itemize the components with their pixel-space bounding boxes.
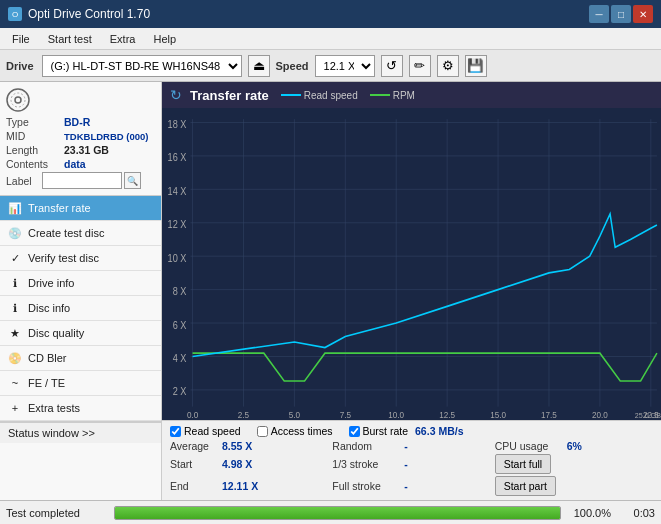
start-part-button[interactable]: Start part bbox=[495, 476, 556, 496]
cb-read-speed-input[interactable] bbox=[170, 426, 181, 437]
disc-icon bbox=[6, 88, 30, 112]
svg-text:5.0: 5.0 bbox=[289, 409, 301, 419]
cb-access-times-input[interactable] bbox=[257, 426, 268, 437]
right-panel: ↻ Transfer rate Read speed RPM 18 X bbox=[162, 82, 661, 500]
svg-text:7.5: 7.5 bbox=[340, 409, 352, 419]
speed-label: Speed bbox=[276, 60, 309, 72]
cb-burst-rate[interactable]: Burst rate 66.3 MB/s bbox=[349, 425, 464, 437]
average-label: Average bbox=[170, 440, 218, 452]
progress-bar-fill bbox=[115, 507, 560, 519]
stat-average: Average 8.55 X bbox=[170, 440, 328, 452]
random-value: - bbox=[404, 440, 408, 452]
menu-file[interactable]: File bbox=[4, 31, 38, 47]
nav-item-transfer-rate[interactable]: 📊 Transfer rate bbox=[0, 196, 161, 221]
nav-item-disc-info[interactable]: ℹ Disc info bbox=[0, 296, 161, 321]
stat-stroke1: 1/3 stroke - bbox=[332, 454, 490, 474]
minimize-button[interactable]: ─ bbox=[589, 5, 609, 23]
cb-access-times-label: Access times bbox=[271, 425, 333, 437]
app-title: Opti Drive Control 1.70 bbox=[28, 7, 150, 21]
svg-text:18 X: 18 X bbox=[168, 119, 187, 130]
nav-item-extra-tests[interactable]: + Extra tests bbox=[0, 396, 161, 421]
settings-button[interactable]: ⚙ bbox=[437, 55, 459, 77]
legend-read-speed-color bbox=[281, 94, 301, 96]
disc-quality-icon: ★ bbox=[8, 326, 22, 340]
create-disc-icon: 💿 bbox=[8, 226, 22, 240]
cb-read-speed-label: Read speed bbox=[184, 425, 241, 437]
nav-label-drive-info: Drive info bbox=[28, 277, 74, 289]
legend-rpm-color bbox=[370, 94, 390, 96]
contents-label: Contents bbox=[6, 158, 64, 170]
svg-text:0.0: 0.0 bbox=[187, 409, 199, 419]
legend-rpm-label: RPM bbox=[393, 90, 415, 101]
nav-item-fe-te[interactable]: ~ FE / TE bbox=[0, 371, 161, 396]
cb-read-speed[interactable]: Read speed bbox=[170, 425, 241, 437]
status-window-button[interactable]: Status window >> bbox=[0, 422, 161, 443]
speed-select[interactable]: 12.1 X bbox=[315, 55, 375, 77]
type-label: Type bbox=[6, 116, 64, 128]
average-value: 8.55 X bbox=[222, 440, 260, 452]
disc-info-icon: ℹ bbox=[8, 301, 22, 315]
nav-label-disc-quality: Disc quality bbox=[28, 327, 84, 339]
toolbar: Drive (G:) HL-DT-ST BD-RE WH16NS48 1.D3 … bbox=[0, 50, 661, 82]
legend-rpm: RPM bbox=[370, 90, 415, 101]
sidebar: Type BD-R MID TDKBLDRBD (000) Length 23.… bbox=[0, 82, 162, 500]
status-window-label: Status window >> bbox=[8, 427, 95, 439]
nav-item-create-test-disc[interactable]: 💿 Create test disc bbox=[0, 221, 161, 246]
cb-access-times[interactable]: Access times bbox=[257, 425, 333, 437]
start-label: Start bbox=[170, 458, 218, 470]
fe-te-icon: ~ bbox=[8, 376, 22, 390]
main-area: Type BD-R MID TDKBLDRBD (000) Length 23.… bbox=[0, 82, 661, 500]
stroke2-value: - bbox=[404, 480, 408, 492]
start-value: 4.98 X bbox=[222, 458, 260, 470]
stroke1-value: - bbox=[404, 458, 408, 470]
nav-item-verify-test-disc[interactable]: ✓ Verify test disc bbox=[0, 246, 161, 271]
stroke1-label: 1/3 stroke bbox=[332, 458, 400, 470]
status-text: Test completed bbox=[6, 507, 106, 519]
cb-burst-rate-input[interactable] bbox=[349, 426, 360, 437]
drive-label: Drive bbox=[6, 60, 34, 72]
write-button[interactable]: ✏ bbox=[409, 55, 431, 77]
checkbox-row: Read speed Access times Burst rate 66.3 … bbox=[170, 425, 653, 437]
legend-read-speed-label: Read speed bbox=[304, 90, 358, 101]
svg-text:25.0 GB: 25.0 GB bbox=[635, 410, 661, 419]
refresh-button[interactable]: ↺ bbox=[381, 55, 403, 77]
mid-label: MID bbox=[6, 130, 64, 142]
label-input[interactable] bbox=[42, 172, 122, 189]
nav-item-drive-info[interactable]: ℹ Drive info bbox=[0, 271, 161, 296]
length-value: 23.31 GB bbox=[64, 144, 109, 156]
eject-button[interactable]: ⏏ bbox=[248, 55, 270, 77]
svg-text:6 X: 6 X bbox=[173, 319, 187, 330]
menu-start-test[interactable]: Start test bbox=[40, 31, 100, 47]
nav-label-transfer-rate: Transfer rate bbox=[28, 202, 91, 214]
stat-start-full-row: Start full bbox=[495, 454, 653, 474]
nav-item-disc-quality[interactable]: ★ Disc quality bbox=[0, 321, 161, 346]
drive-select[interactable]: (G:) HL-DT-ST BD-RE WH16NS48 1.D3 bbox=[42, 55, 242, 77]
disc-length-row: Length 23.31 GB bbox=[6, 144, 155, 156]
chart-header: ↻ Transfer rate Read speed RPM bbox=[162, 82, 661, 108]
menu-help[interactable]: Help bbox=[145, 31, 184, 47]
nav-label-disc-info: Disc info bbox=[28, 302, 70, 314]
cpu-label: CPU usage bbox=[495, 440, 563, 452]
stat-start-part-row: Start part bbox=[495, 476, 653, 496]
nav-item-cd-bler[interactable]: 📀 CD Bler bbox=[0, 346, 161, 371]
maximize-button[interactable]: □ bbox=[611, 5, 631, 23]
stats-area: Read speed Access times Burst rate 66.3 … bbox=[162, 420, 661, 500]
mid-value: TDKBLDRBD (000) bbox=[64, 131, 148, 142]
svg-text:15.0: 15.0 bbox=[490, 409, 506, 419]
menu-extra[interactable]: Extra bbox=[102, 31, 144, 47]
nav-list: 📊 Transfer rate 💿 Create test disc ✓ Ver… bbox=[0, 196, 161, 421]
progress-bar-container bbox=[114, 506, 561, 520]
svg-text:10.0: 10.0 bbox=[388, 409, 404, 419]
start-full-button[interactable]: Start full bbox=[495, 454, 552, 474]
stat-random: Random - bbox=[332, 440, 490, 452]
sidebar-bottom: Status window >> bbox=[0, 421, 161, 443]
label-search-button[interactable]: 🔍 bbox=[124, 172, 141, 189]
svg-point-2 bbox=[11, 93, 25, 107]
svg-text:2 X: 2 X bbox=[173, 386, 187, 397]
close-button[interactable]: ✕ bbox=[633, 5, 653, 23]
nav-label-create-test-disc: Create test disc bbox=[28, 227, 104, 239]
save-button[interactable]: 💾 bbox=[465, 55, 487, 77]
chart-legend: Read speed RPM bbox=[281, 90, 415, 101]
svg-text:10 X: 10 X bbox=[168, 252, 187, 263]
random-label: Random bbox=[332, 440, 400, 452]
